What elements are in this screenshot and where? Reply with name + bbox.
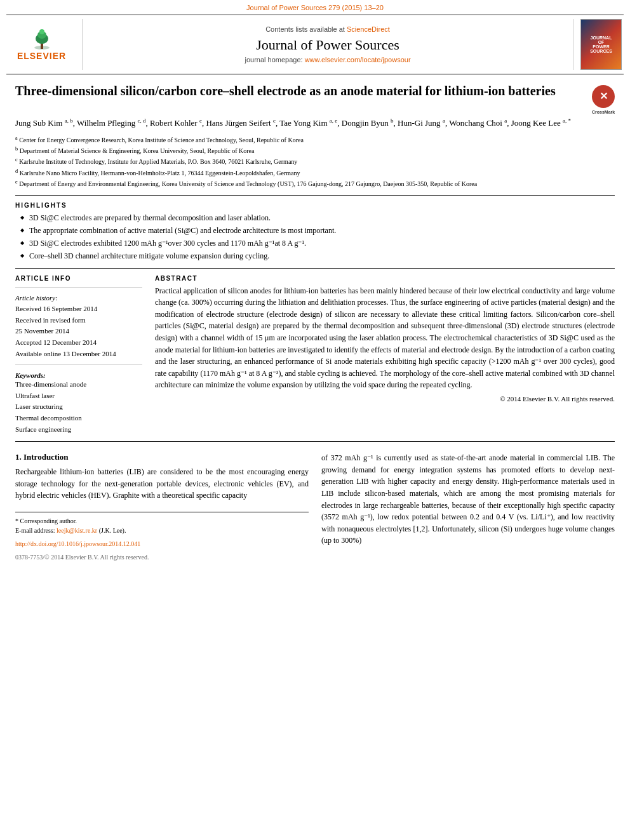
abstract-text: Practical application of silicon anodes … <box>155 285 615 391</box>
article-info-col: ARTICLE INFO Article history: Received 1… <box>15 275 142 436</box>
highlight-item-1: 3D Si@C electrodes are prepared by therm… <box>20 213 615 223</box>
elsevier-logo: ELSEVIER <box>17 29 66 61</box>
affil-a: a Center for Energy Convergence Research… <box>15 135 615 145</box>
highlight-item-4: Core–shell 3D channel architecture mitig… <box>20 251 615 262</box>
sciencedirect-link[interactable]: ScienceDirect <box>347 25 390 33</box>
keyword-4: Thermal decomposition <box>15 413 142 424</box>
journal-cover-text: JOURNALOFPOWERSOURCES <box>589 34 613 55</box>
article-history: Article history: Received 16 September 2… <box>15 293 142 360</box>
journal-header-right: JOURNALOFPOWERSOURCES <box>573 19 624 70</box>
sciencedirect-line: Contents lists available at ScienceDirec… <box>265 25 390 33</box>
received-date: Received 16 September 2014 <box>15 303 142 315</box>
info-divider-top <box>15 287 142 288</box>
affil-d: d Karlsruhe Nano Micro Facility, Hermann… <box>15 168 615 178</box>
footer-section: * Corresponding author. E-mail address: … <box>15 512 309 562</box>
introduction-title: 1. Introduction <box>15 452 309 462</box>
crossmark-label: CrossMark <box>592 109 615 115</box>
doi-link[interactable]: http://dx.doi.org/10.1016/j.jpowsour.201… <box>15 540 140 547</box>
crossmark-badge: ✕ CrossMark <box>592 85 615 108</box>
journal-header: ELSEVIER Contents lists available at Sci… <box>6 14 624 75</box>
doi-line: http://dx.doi.org/10.1016/j.jpowsour.201… <box>15 539 309 549</box>
keyword-5: Surface engineering <box>15 424 142 436</box>
introduction-text-right: of 372 mAh g⁻¹ is currently used as stat… <box>321 452 615 547</box>
keyword-3: Laser structuring <box>15 401 142 413</box>
corresponding-author-note: * Corresponding author. E-mail address: … <box>15 516 309 535</box>
homepage-link[interactable]: www.elsevier.com/locate/jpowsour <box>305 56 411 63</box>
journal-title-header: Journal of Power Sources <box>256 37 399 53</box>
divider-2 <box>15 268 615 269</box>
info-abstract-section: ARTICLE INFO Article history: Received 1… <box>15 275 615 436</box>
email-link[interactable]: leejk@kist.re.kr <box>57 527 97 534</box>
affiliations-block: a Center for Energy Convergence Research… <box>15 135 615 189</box>
issn-line: 0378-7753/© 2014 Elsevier B.V. All right… <box>15 552 309 562</box>
journal-cover-image: JOURNALOFPOWERSOURCES <box>580 19 622 70</box>
abstract-label: ABSTRACT <box>155 275 615 282</box>
page-wrapper: Journal of Power Sources 279 (2015) 13–2… <box>0 0 630 840</box>
elsevier-wordmark: ELSEVIER <box>17 51 66 61</box>
highlight-item-2: The appropriate combination of active ma… <box>20 225 615 236</box>
info-divider-middle <box>15 364 142 365</box>
divider-3 <box>15 441 615 442</box>
top-bar: Journal of Power Sources 279 (2015) 13–2… <box>0 0 630 14</box>
keyword-1: Three-dimensional anode <box>15 379 142 390</box>
authors-block: Jung Sub Kim a, b, Wilhelm Pfleging c, d… <box>15 117 615 130</box>
available-online: Available online 13 December 2014 <box>15 349 142 360</box>
journal-header-center: Contents lists available at ScienceDirec… <box>83 19 573 70</box>
divider-1 <box>15 195 615 196</box>
received-revised: Received in revised form <box>15 315 142 326</box>
homepage-line: journal homepage: www.elsevier.com/locat… <box>245 56 410 63</box>
introduction-right: of 372 mAh g⁻¹ is currently used as stat… <box>321 452 615 562</box>
keyword-2: Ultrafast laser <box>15 390 142 402</box>
abstract-copyright: © 2014 Elsevier B.V. All rights reserved… <box>155 395 615 403</box>
accepted-date: Accepted 12 December 2014 <box>15 337 142 349</box>
article-title-text: Three-dimensional silicon/carbon core–sh… <box>15 83 582 99</box>
introduction-text-left: Rechargeable lithium-ion batteries (LIB)… <box>15 466 309 502</box>
introduction-section: 1. Introduction Rechargeable lithium-ion… <box>15 452 615 562</box>
elsevier-tree-icon <box>26 29 58 51</box>
keywords-section: Keywords: Three-dimensional anode Ultraf… <box>15 371 142 435</box>
highlights-label: HIGHLIGHTS <box>15 202 615 209</box>
highlights-list: 3D Si@C electrodes are prepared by therm… <box>20 213 615 261</box>
article-info-label: ARTICLE INFO <box>15 275 142 282</box>
keywords-label: Keywords: <box>15 371 142 379</box>
content-area: Three-dimensional silicon/carbon core–sh… <box>0 75 630 570</box>
highlight-item-3: 3D Si@C electrodes exhibited 1200 mAh g⁻… <box>20 238 615 249</box>
highlights-section: HIGHLIGHTS 3D Si@C electrodes are prepar… <box>15 202 615 261</box>
crossmark-icon: ✕ <box>592 85 615 108</box>
abstract-col: ABSTRACT Practical application of silico… <box>155 275 615 436</box>
journal-header-left: ELSEVIER <box>6 19 83 70</box>
history-label: Article history: <box>15 293 142 304</box>
received-revised-date: 25 November 2014 <box>15 326 142 337</box>
affil-b: b Department of Material Science & Engin… <box>15 145 615 156</box>
introduction-left: 1. Introduction Rechargeable lithium-ion… <box>15 452 309 562</box>
article-title-block: Three-dimensional silicon/carbon core–sh… <box>15 83 615 108</box>
affil-e: e Department of Energy and Environmental… <box>15 178 615 189</box>
affil-c: c Karlsruhe Institute of Technology, Ins… <box>15 156 615 166</box>
journal-reference: Journal of Power Sources 279 (2015) 13–2… <box>246 4 384 11</box>
svg-point-4 <box>39 29 44 34</box>
